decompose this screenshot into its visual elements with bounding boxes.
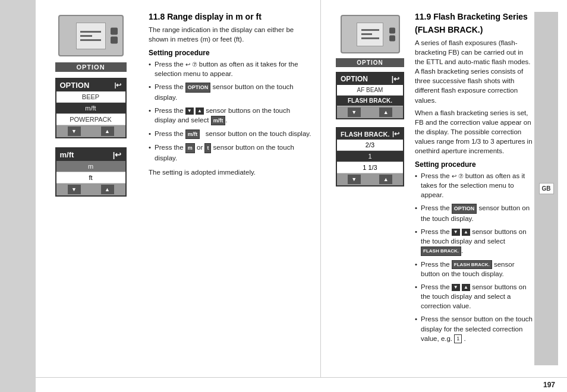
right-return-icon: ↩ ⑦ (452, 173, 464, 179)
right-down-arrow-2: ▼ (452, 284, 460, 291)
right-nav-up[interactable]: ▲ (379, 108, 392, 117)
option-back-icon: |↩ (114, 81, 121, 89)
right-option-back: |↩ (392, 75, 399, 83)
setting-procedure-label-right: Setting procedure (415, 160, 534, 169)
camera-body-illustration (58, 15, 124, 56)
mft-nav-up[interactable]: ▲ (101, 185, 114, 194)
right-bullets: Press the ↩ ⑦ button as often as it take… (415, 171, 534, 343)
flash-nav-up[interactable]: ▲ (379, 175, 392, 184)
option-header-label: OPTION (55, 62, 127, 72)
right-camera-line-3 (361, 37, 379, 39)
menu-item-powerpack[interactable]: POWERPACK (56, 114, 125, 125)
nav-down-btn[interactable]: ▼ (68, 127, 81, 136)
right-down-arrow: ▼ (452, 229, 460, 236)
camera-line-1 (80, 31, 101, 33)
option-nav-row: ▼ ▲ (56, 125, 125, 137)
right-camera-line-1 (361, 29, 379, 31)
right-camera-icon (361, 29, 379, 39)
right-option-nav: ▼ ▲ (337, 106, 403, 118)
right-camera-body (341, 15, 400, 53)
right-device-area: OPTION OPTION |↩ AF BEAM FLASH BRACK. ▼ … (330, 12, 410, 365)
option-btn-inline: OPTION (185, 83, 211, 93)
adopted-text: The setting is adopted immediately. (149, 167, 311, 177)
flash-item-1-1-3[interactable]: 1 1/3 (337, 162, 403, 173)
bullet-4: Press the m/ft sensor button on the touc… (149, 129, 311, 139)
flash-nav-down[interactable]: ▼ (348, 175, 361, 184)
gb-badge: GB (539, 183, 554, 194)
bullet-5: Press the m or t sensor button on the to… (149, 143, 311, 162)
right-column: OPTION OPTION |↩ AF BEAM FLASH BRACK. ▼ … (321, 0, 567, 377)
right-bullet-2: Press the OPTION sensor button on the to… (415, 203, 534, 223)
m-btn-inline: m (185, 143, 195, 153)
right-flash-brack-sensor-btn: FLASH BRACK. (452, 260, 492, 269)
right-menu-afbeam[interactable]: AF BEAM (337, 85, 403, 96)
left-column: OPTION OPTION |↩ BEEP m/ft POWERPACK ▼ ▲ (36, 0, 321, 377)
flash-item-2-3[interactable]: 2/3 (337, 140, 403, 151)
right-menu-flashbrack[interactable]: FLASH BRACK. (337, 96, 403, 106)
mft-nav-row: ▼ ▲ (56, 184, 125, 195)
right-option-header-wrap: OPTION (336, 58, 404, 67)
right-option-header: OPTION (336, 58, 404, 67)
menu-item-mft[interactable]: m/ft (56, 103, 125, 114)
flash-nav-row: ▼ ▲ (337, 173, 403, 185)
mft-menu-box: m/ft |↩ m ft ▼ ▲ (55, 147, 127, 197)
flash-back-icon: |↩ (392, 130, 399, 138)
right-bullet-1: Press the ↩ ⑦ button as often as it take… (415, 171, 534, 200)
option-title-label: OPTION (60, 81, 90, 90)
mft-item-ft[interactable]: ft (56, 172, 125, 184)
section-right-para2: When a flash bracketing series is set, F… (415, 108, 534, 156)
left-bullets: Press the ↩ ⑦ button as often as it take… (149, 59, 311, 163)
option-menu-box: OPTION |↩ BEEP m/ft POWERPACK ▼ ▲ (55, 78, 127, 138)
t-btn-inline: t (204, 143, 211, 153)
menu-item-beep[interactable]: BEEP (56, 91, 125, 103)
section-left-title: 11.8 Range display in m or ft (149, 12, 311, 21)
right-option-title: OPTION (341, 75, 368, 83)
mft-nav-down[interactable]: ▼ (68, 185, 81, 194)
up-arrow-btn: ▲ (196, 108, 204, 115)
camera-line-3 (80, 39, 101, 41)
right-option-menu: OPTION |↩ AF BEAM FLASH BRACK. ▼ ▲ (336, 72, 404, 119)
mft-title-label: m/ft (60, 150, 74, 159)
right-bullet-6: Press the sensor button on the touch dis… (415, 314, 534, 343)
left-sidebar (0, 0, 36, 392)
mft-title-row: m/ft |↩ (56, 148, 125, 161)
right-sidebar: GB (534, 12, 558, 365)
down-arrow-btn: ▼ (185, 108, 194, 115)
flash-title-label: FLASH BRACK. (341, 131, 390, 138)
right-bullet-5: Press the ▼ ▲ sensor buttons on the touc… (415, 282, 534, 311)
right-nav-down[interactable]: ▼ (348, 108, 361, 117)
mft-sensor-btn: m/ft (185, 129, 200, 140)
bullet-1: Press the ↩ ⑦ button as often as it take… (149, 59, 311, 78)
option-title-row: OPTION |↩ (56, 79, 125, 91)
footer: 197 (36, 377, 567, 392)
correction-value-badge: 1 (454, 334, 462, 343)
main-content: OPTION OPTION |↩ BEEP m/ft POWERPACK ▼ ▲ (36, 0, 567, 392)
bullet-3: Press the ▼ ▲ sensor buttons on the touc… (149, 106, 311, 125)
flash-brack-menu-box: FLASH BRACK. |↩ 2/3 1 1 1/3 ▼ ▲ (336, 127, 404, 186)
section-left-intro: The range indication in the display can … (149, 25, 311, 44)
mft-item-m[interactable]: m (56, 161, 125, 172)
camera-line-2 (80, 35, 92, 37)
nav-up-btn[interactable]: ▲ (101, 127, 114, 136)
return-icon-1: ↩ ⑦ (185, 61, 197, 68)
right-camera-line-2 (361, 33, 372, 35)
mft-btn-inline: m/ft (211, 116, 226, 126)
right-up-arrow: ▲ (462, 229, 470, 236)
left-text-area: 11.8 Range display in m or ft The range … (143, 12, 311, 365)
right-text-area: 11.9 Flash Bracketing Series (FLASH BRAC… (410, 12, 534, 365)
flash-title-row: FLASH BRACK. |↩ (337, 128, 403, 140)
device-illustration-area: OPTION OPTION |↩ BEEP m/ft POWERPACK ▼ ▲ (39, 12, 143, 365)
setting-procedure-label-left: Setting procedure (149, 49, 311, 57)
columns-layout: OPTION OPTION |↩ BEEP m/ft POWERPACK ▼ ▲ (36, 0, 567, 377)
right-option-btn: OPTION (452, 204, 477, 214)
flash-brack-btn-inline: FLASH BRACK. (421, 246, 461, 255)
camera-screen (76, 23, 106, 49)
flash-item-1[interactable]: 1 (337, 151, 403, 162)
right-camera-screen (357, 23, 383, 46)
section-right-para1: A series of flash exposures (flash-brack… (415, 38, 534, 105)
right-bullet-4: Press the FLASH BRACK. sensor button on … (415, 260, 534, 279)
right-bullet-3: Press the ▼ ▲ sensor buttons on the touc… (415, 227, 534, 256)
camera-icon (80, 31, 101, 41)
bullet-2: Press the OPTION sensor button on the to… (149, 82, 311, 102)
mft-back-icon: |↩ (113, 150, 122, 159)
